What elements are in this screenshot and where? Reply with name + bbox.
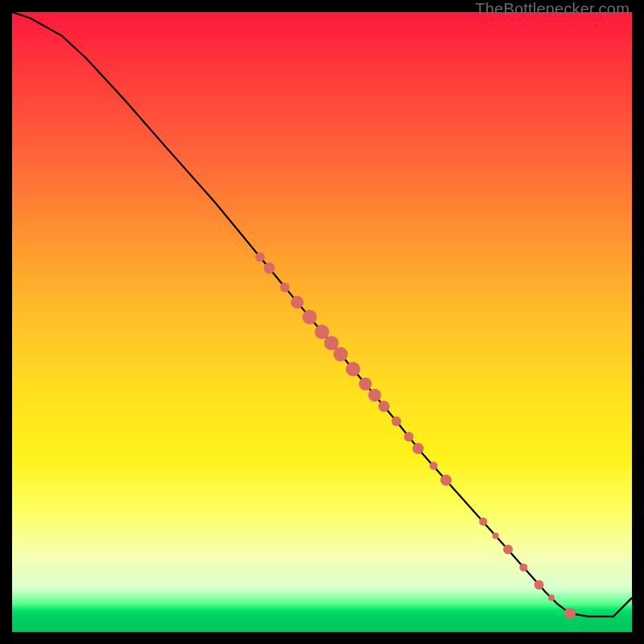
data-point	[291, 295, 303, 308]
data-point	[493, 533, 499, 539]
data-point	[503, 545, 513, 555]
data-point	[346, 362, 361, 377]
data-point	[548, 595, 555, 601]
data-point	[333, 347, 348, 361]
bottleneck-curve	[12, 12, 632, 617]
data-point	[535, 580, 544, 590]
data-point	[378, 401, 390, 412]
data-point	[564, 608, 576, 619]
data-point	[359, 378, 372, 390]
data-point	[368, 389, 381, 402]
data-point	[479, 518, 487, 526]
data-point	[391, 416, 401, 426]
data-point	[404, 432, 414, 442]
data-point	[412, 443, 423, 454]
data-point	[324, 336, 339, 350]
data-point	[280, 283, 290, 292]
chart-stage: TheBottlenecker.com	[0, 0, 644, 644]
data-point	[430, 462, 438, 470]
data-markers	[255, 252, 576, 619]
data-point	[440, 474, 452, 485]
data-point	[519, 564, 527, 572]
data-point	[264, 262, 275, 274]
data-point	[255, 252, 265, 262]
data-point	[303, 310, 317, 324]
data-point	[315, 324, 329, 339]
chart-overlay-svg	[12, 12, 632, 632]
